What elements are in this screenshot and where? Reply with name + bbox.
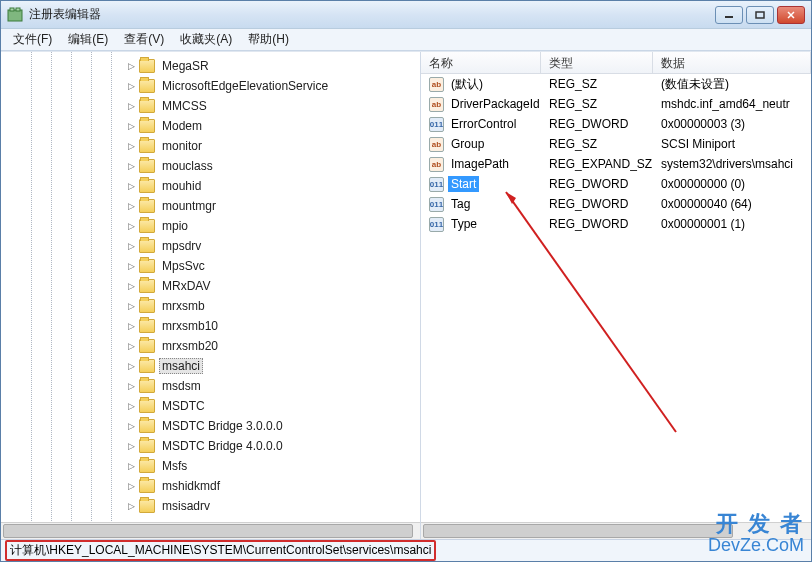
col-header-type[interactable]: 类型	[541, 52, 653, 73]
tree-item[interactable]: ▷monitor	[1, 136, 420, 156]
string-value-icon: ab	[429, 97, 444, 112]
tree-item[interactable]: ▷MMCSS	[1, 96, 420, 116]
list-hscrollbar[interactable]	[421, 522, 811, 539]
menu-file[interactable]: 文件(F)	[5, 29, 60, 50]
tree-item[interactable]: ▷mpsdrv	[1, 236, 420, 256]
expand-arrow-icon[interactable]: ▷	[125, 200, 137, 212]
expand-arrow-icon[interactable]: ▷	[125, 400, 137, 412]
menu-view[interactable]: 查看(V)	[116, 29, 172, 50]
menu-favorites[interactable]: 收藏夹(A)	[172, 29, 240, 50]
tree-item-label: MSDTC Bridge 3.0.0.0	[159, 418, 286, 434]
tree-item[interactable]: ▷mshidkmdf	[1, 476, 420, 496]
expand-arrow-icon[interactable]: ▷	[125, 220, 137, 232]
expand-arrow-icon[interactable]: ▷	[125, 440, 137, 452]
expand-arrow-icon[interactable]: ▷	[125, 100, 137, 112]
tree-item[interactable]: ▷MRxDAV	[1, 276, 420, 296]
list-row[interactable]: 011TagREG_DWORD0x00000040 (64)	[421, 194, 811, 214]
tree-item[interactable]: ▷mrxsmb10	[1, 316, 420, 336]
expand-arrow-icon[interactable]: ▷	[125, 140, 137, 152]
folder-icon	[139, 239, 155, 253]
expand-arrow-icon[interactable]: ▷	[125, 280, 137, 292]
tree-item[interactable]: ▷MegaSR	[1, 56, 420, 76]
expand-arrow-icon[interactable]: ▷	[125, 260, 137, 272]
tree-item[interactable]: ▷MSDTC Bridge 3.0.0.0	[1, 416, 420, 436]
tree-item[interactable]: ▷mrxsmb20	[1, 336, 420, 356]
tree-item[interactable]: ▷MpsSvc	[1, 256, 420, 276]
tree-item[interactable]: ▷mouclass	[1, 156, 420, 176]
expand-arrow-icon[interactable]: ▷	[125, 380, 137, 392]
maximize-button[interactable]	[746, 6, 774, 24]
expand-arrow-icon[interactable]: ▷	[125, 340, 137, 352]
value-type: REG_DWORD	[541, 217, 653, 231]
tree-item[interactable]: ▷msdsm	[1, 376, 420, 396]
svg-rect-4	[756, 12, 764, 18]
list-row[interactable]: 011ErrorControlREG_DWORD0x00000003 (3)	[421, 114, 811, 134]
list-pane[interactable]: 名称 类型 数据 ab(默认)REG_SZ(数值未设置)abDriverPack…	[421, 52, 811, 539]
expand-arrow-icon[interactable]: ▷	[125, 420, 137, 432]
tree-item[interactable]: ▷mouhid	[1, 176, 420, 196]
tree-item[interactable]: ▷mpio	[1, 216, 420, 236]
expand-arrow-icon[interactable]: ▷	[125, 460, 137, 472]
tree-item[interactable]: ▷MSDTC	[1, 396, 420, 416]
expand-arrow-icon[interactable]: ▷	[125, 160, 137, 172]
expand-arrow-icon[interactable]: ▷	[125, 180, 137, 192]
value-name: Tag	[448, 196, 473, 212]
tree-item-label: mrxsmb20	[159, 338, 221, 354]
value-name: Type	[448, 216, 480, 232]
tree-item[interactable]: ▷mrxsmb	[1, 296, 420, 316]
col-header-data[interactable]: 数据	[653, 52, 811, 73]
value-name: ErrorControl	[448, 116, 519, 132]
expand-arrow-icon[interactable]: ▷	[125, 240, 137, 252]
value-type: REG_DWORD	[541, 177, 653, 191]
expand-arrow-icon[interactable]: ▷	[125, 360, 137, 372]
tree-item[interactable]: ▷Modem	[1, 116, 420, 136]
menubar: 文件(F) 编辑(E) 查看(V) 收藏夹(A) 帮助(H)	[1, 29, 811, 51]
expand-arrow-icon[interactable]: ▷	[125, 300, 137, 312]
list-row[interactable]: abDriverPackageIdREG_SZmshdc.inf_amd64_n…	[421, 94, 811, 114]
tree-item[interactable]: ▷MSDTC Bridge 4.0.0.0	[1, 436, 420, 456]
folder-icon	[139, 279, 155, 293]
tree-item[interactable]: ▷msahci	[1, 356, 420, 376]
tree-item-label: MMCSS	[159, 98, 210, 114]
folder-icon	[139, 79, 155, 93]
folder-icon	[139, 59, 155, 73]
list-row[interactable]: abGroupREG_SZSCSI Miniport	[421, 134, 811, 154]
expand-arrow-icon[interactable]: ▷	[125, 80, 137, 92]
close-button[interactable]	[777, 6, 805, 24]
tree-item[interactable]: ▷mountmgr	[1, 196, 420, 216]
value-data: SCSI Miniport	[653, 137, 811, 151]
folder-icon	[139, 319, 155, 333]
col-header-name[interactable]: 名称	[421, 52, 541, 73]
tree-item[interactable]: ▷MicrosoftEdgeElevationService	[1, 76, 420, 96]
list-row[interactable]: 011StartREG_DWORD0x00000000 (0)	[421, 174, 811, 194]
list-header: 名称 类型 数据	[421, 52, 811, 74]
folder-icon	[139, 159, 155, 173]
list-row[interactable]: 011TypeREG_DWORD0x00000001 (1)	[421, 214, 811, 234]
expand-arrow-icon[interactable]: ▷	[125, 500, 137, 512]
titlebar[interactable]: 注册表编辑器	[1, 1, 811, 29]
dword-value-icon: 011	[429, 177, 444, 192]
expand-arrow-icon[interactable]: ▷	[125, 320, 137, 332]
folder-icon	[139, 139, 155, 153]
menu-edit[interactable]: 编辑(E)	[60, 29, 116, 50]
menu-help[interactable]: 帮助(H)	[240, 29, 297, 50]
tree-item[interactable]: ▷Msfs	[1, 456, 420, 476]
folder-icon	[139, 259, 155, 273]
tree-hscrollbar[interactable]	[1, 522, 420, 539]
value-data: (数值未设置)	[653, 76, 811, 93]
tree-item[interactable]: ▷msisadrv	[1, 496, 420, 516]
value-type: REG_SZ	[541, 77, 653, 91]
minimize-button[interactable]	[715, 6, 743, 24]
expand-arrow-icon[interactable]: ▷	[125, 120, 137, 132]
value-data: 0x00000000 (0)	[653, 177, 811, 191]
list-row[interactable]: abImagePathREG_EXPAND_SZsystem32\drivers…	[421, 154, 811, 174]
tree-pane[interactable]: ▷MegaSR▷MicrosoftEdgeElevationService▷MM…	[1, 52, 421, 539]
expand-arrow-icon[interactable]: ▷	[125, 60, 137, 72]
list-row[interactable]: ab(默认)REG_SZ(数值未设置)	[421, 74, 811, 94]
expand-arrow-icon[interactable]: ▷	[125, 480, 137, 492]
folder-icon	[139, 359, 155, 373]
value-name: DriverPackageId	[448, 96, 541, 112]
tree-item-label: monitor	[159, 138, 205, 154]
window-title: 注册表编辑器	[29, 6, 715, 23]
folder-icon	[139, 459, 155, 473]
